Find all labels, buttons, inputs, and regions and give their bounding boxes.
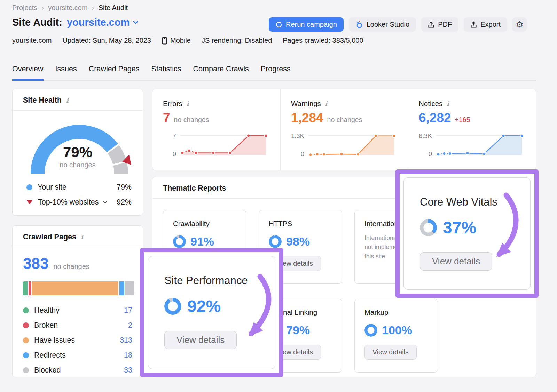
progress-donut bbox=[420, 219, 437, 236]
legend-dot-icon bbox=[23, 307, 29, 313]
crawled-legend-row-broken: Broken2 bbox=[23, 318, 132, 333]
tab-progress[interactable]: Progress bbox=[261, 65, 291, 81]
thematic-card-score-row: 91% bbox=[173, 235, 236, 248]
breadcrumb-link-projects[interactable]: Projects bbox=[12, 4, 37, 12]
thematic-card-percent: 100% bbox=[382, 323, 412, 337]
issues-count[interactable]: 1,284 bbox=[291, 111, 323, 125]
y-axis-min-label: 0 bbox=[301, 150, 304, 158]
pdf-button[interactable]: PDF bbox=[421, 17, 458, 32]
legend-label: Blocked bbox=[34, 366, 61, 375]
legend-value-link[interactable]: 313 bbox=[120, 336, 132, 345]
campaign-selector[interactable]: yoursite.com bbox=[67, 17, 138, 28]
settings-button[interactable]: ⚙ bbox=[512, 17, 527, 32]
tab-issues[interactable]: Issues bbox=[55, 65, 77, 81]
issues-count[interactable]: 7 bbox=[163, 111, 170, 125]
bar-segment-broken[interactable] bbox=[29, 281, 31, 295]
y-axis-min-label: 0 bbox=[173, 150, 176, 158]
bar-segment-redirects[interactable] bbox=[119, 281, 124, 295]
bar-segment-healthy[interactable] bbox=[23, 281, 28, 295]
bar-segment-blocked[interactable] bbox=[125, 281, 134, 295]
issues-count[interactable]: 6,282 bbox=[419, 111, 451, 125]
crawled-pages-total: 383 bbox=[23, 255, 48, 272]
issues-column-title-row: Warningsi bbox=[291, 99, 400, 108]
legend-value-link[interactable]: 33 bbox=[124, 366, 132, 375]
thematic-card-percent: 91% bbox=[190, 235, 214, 248]
legend-value-link[interactable]: 2 bbox=[128, 321, 132, 330]
thematic-reports-title: Thematic Reports bbox=[163, 184, 226, 193]
thematic-card-score-row: 100% bbox=[364, 323, 428, 337]
looker-studio-button[interactable]: Looker Studio bbox=[349, 17, 416, 32]
chevron-down-icon bbox=[103, 199, 107, 203]
thematic-card-title: HTTPS bbox=[269, 219, 332, 228]
crawled-pages-card: Crawled Pages i 383 no changes Healthy17… bbox=[12, 225, 143, 377]
info-icon[interactable]: i bbox=[80, 234, 84, 241]
core-web-vitals-view-details-button[interactable]: View details bbox=[420, 252, 492, 271]
legend-value-link[interactable]: 18 bbox=[124, 351, 132, 360]
legend-dot-icon bbox=[23, 352, 29, 358]
crawled-pages-stacked-bar bbox=[23, 281, 134, 295]
refresh-icon bbox=[275, 21, 282, 28]
legend-label: Broken bbox=[34, 321, 58, 330]
site-health-legend-row[interactable]: Top-10% websites92% bbox=[26, 197, 132, 208]
sparkline-chart bbox=[180, 129, 267, 159]
upload-icon bbox=[428, 21, 434, 28]
progress-donut bbox=[173, 235, 186, 248]
tab-compare-crawls[interactable]: Compare Crawls bbox=[193, 65, 249, 81]
crawled-legend-row-redirects: Redirects18 bbox=[23, 348, 132, 363]
legend-label: Redirects bbox=[34, 351, 66, 360]
issues-column-title-row: Errorsi bbox=[163, 99, 272, 108]
legend-value-link[interactable]: 17 bbox=[124, 306, 132, 315]
info-icon[interactable]: i bbox=[65, 97, 69, 104]
core-web-vitals-highlight-card: Core Web Vitals 37% View details bbox=[403, 177, 531, 290]
tab-overview[interactable]: Overview bbox=[12, 65, 44, 81]
progress-donut bbox=[364, 324, 377, 337]
tab-statistics[interactable]: Statistics bbox=[151, 65, 181, 81]
export-button[interactable]: Export bbox=[464, 17, 507, 32]
issues-column-number-row: 7no changes bbox=[163, 111, 272, 125]
meta-device: Mobile bbox=[162, 37, 191, 45]
issues-change: +165 bbox=[455, 116, 470, 124]
site-health-change: no changes bbox=[13, 161, 143, 169]
legend-label: Your site bbox=[38, 183, 66, 192]
chevron-right-icon: › bbox=[92, 3, 94, 12]
legend-dot-icon bbox=[23, 322, 29, 328]
y-axis-max-label: 7 bbox=[173, 132, 176, 140]
issues-columns: Errorsi7no changes70Warningsi1,284no cha… bbox=[152, 89, 536, 170]
breadcrumb: Projects › yoursite.com › Site Audit bbox=[12, 3, 128, 12]
legend-value: 79% bbox=[117, 183, 132, 192]
rerun-campaign-button[interactable]: Rerun campaign bbox=[269, 17, 344, 32]
tab-crawled-pages[interactable]: Crawled Pages bbox=[89, 65, 140, 81]
page-title-prefix: Site Audit: bbox=[12, 17, 62, 28]
y-axis-min-label: 0 bbox=[429, 150, 432, 158]
meta-js-rendering: JS rendering: Disabled bbox=[202, 37, 272, 45]
progress-donut bbox=[269, 235, 282, 248]
core-web-vitals-donut bbox=[420, 219, 437, 236]
site-performance-title: Site Performance bbox=[164, 274, 248, 287]
sparkline-chart bbox=[308, 129, 395, 159]
site-performance-view-details-button[interactable]: View details bbox=[164, 331, 237, 349]
crawled-pages-total-row: 383 no changes bbox=[23, 255, 89, 272]
info-icon[interactable]: i bbox=[186, 100, 189, 107]
pdf-label: PDF bbox=[438, 21, 452, 29]
meta-domain: yoursite.com bbox=[12, 37, 52, 45]
thematic-card-percent: 79% bbox=[286, 323, 310, 337]
rerun-campaign-label: Rerun campaign bbox=[286, 21, 337, 29]
site-health-legend: Your site79%Top-10% websites92% bbox=[26, 182, 132, 211]
issues-mini-chart: 70 bbox=[163, 129, 272, 159]
view-details-button[interactable]: View details bbox=[364, 345, 417, 360]
info-icon[interactable]: i bbox=[446, 100, 449, 107]
issues-column-title: Notices bbox=[419, 99, 442, 108]
chart-y-labels: 6.3K0 bbox=[419, 129, 436, 159]
issues-mini-chart: 1.3K0 bbox=[291, 129, 400, 159]
info-icon[interactable]: i bbox=[324, 100, 328, 107]
breadcrumb-link-domain[interactable]: yoursite.com bbox=[48, 4, 87, 12]
issues-column-number-row: 6,282+165 bbox=[419, 111, 527, 125]
bar-segment-have-issues[interactable] bbox=[32, 281, 118, 295]
triangle-down-icon bbox=[26, 200, 33, 204]
issues-column-title-row: Noticesi bbox=[419, 99, 527, 108]
core-web-vitals-percent: 37% bbox=[443, 218, 476, 237]
progress-donut bbox=[164, 298, 181, 315]
y-axis-max-label: 1.3K bbox=[291, 132, 304, 140]
issues-change: no changes bbox=[174, 116, 209, 124]
site-health-score: 79% bbox=[13, 144, 143, 161]
